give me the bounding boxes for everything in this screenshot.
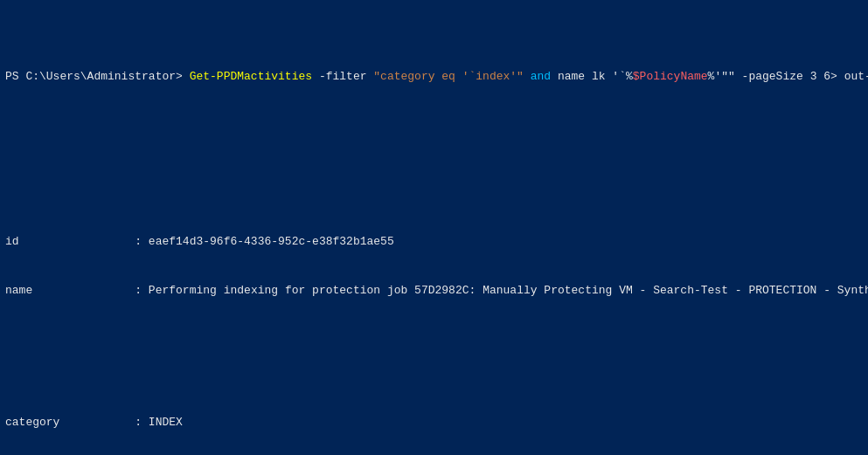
command-line-1: PS C:\Users\Administrator> Get-PPDMactiv…	[5, 69, 863, 86]
blank-line-2	[5, 349, 863, 366]
blank-line	[5, 152, 863, 169]
terminal-window: PS C:\Users\Administrator> Get-PPDMactiv…	[0, 0, 868, 455]
field-id: id : eaef14d3-96f6-4336-952c-e38f32b1ae5…	[5, 234, 863, 251]
field-category: category : INDEX	[5, 415, 863, 431]
field-name: name : Performing indexing for protectio…	[5, 283, 863, 300]
